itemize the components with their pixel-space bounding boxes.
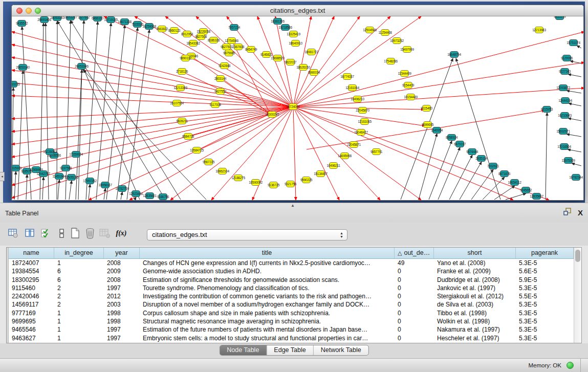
graph-node[interactable]: 15692971 bbox=[559, 128, 568, 135]
graph-node[interactable]: 12923446 bbox=[132, 190, 140, 197]
table-cell[interactable]: 2003 bbox=[104, 300, 140, 309]
column-header-in_degree[interactable]: in_degree bbox=[54, 248, 104, 258]
graph-node[interactable]: 10719185 bbox=[106, 16, 115, 23]
table-cell[interactable]: Genome-wide association studies in ADHD. bbox=[140, 267, 395, 275]
table-cell[interactable]: 22420046 bbox=[9, 292, 54, 300]
graph-edge[interactable] bbox=[57, 21, 165, 200]
graph-edge[interactable] bbox=[197, 114, 270, 150]
table-cell[interactable]: 6 bbox=[54, 267, 104, 275]
column-header-out_de[interactable]: △out_de… bbox=[395, 248, 434, 258]
table-cell[interactable]: Disruption of a novel member of a sodium… bbox=[140, 300, 395, 309]
table-cell[interactable]: 0 bbox=[395, 284, 434, 292]
graph-edge[interactable] bbox=[401, 58, 453, 200]
graph-edge[interactable] bbox=[104, 188, 105, 200]
graph-edge[interactable] bbox=[438, 147, 460, 200]
graph-node[interactable]: 8471676 bbox=[500, 170, 509, 177]
graph-edge[interactable] bbox=[429, 141, 452, 200]
table-cell[interactable]: 18300295 bbox=[9, 276, 54, 284]
table-cell[interactable]: 9463627 bbox=[9, 334, 54, 342]
graph-edge[interactable] bbox=[449, 155, 472, 200]
graph-node[interactable]: 15226083 bbox=[46, 148, 54, 155]
graph-edge[interactable] bbox=[293, 16, 421, 107]
table-cell[interactable]: 18724007 bbox=[9, 259, 54, 267]
table-row[interactable]: 1938455462009Genome-wide association stu… bbox=[9, 267, 574, 275]
graph-node[interactable]: 9136725 bbox=[269, 182, 278, 188]
column-header-title[interactable]: title bbox=[140, 248, 395, 258]
table-cell[interactable]: 0 bbox=[395, 325, 434, 334]
table-cell[interactable]: Changes of HCN gene expression and I(f) … bbox=[140, 259, 395, 267]
table-cell[interactable]: Wolkin et al. (1998) bbox=[434, 317, 516, 325]
table-cell[interactable]: Jankovic et al. (1997) bbox=[434, 284, 516, 292]
graph-node[interactable]: 16046427 bbox=[357, 129, 365, 136]
graph-edge[interactable] bbox=[121, 192, 122, 200]
graph-node[interactable]: 12161064 bbox=[348, 84, 357, 91]
graph-node[interactable]: 12213383 bbox=[176, 84, 185, 91]
graph-node[interactable]: 9875685 bbox=[225, 50, 233, 56]
graph-node[interactable]: 16782344 bbox=[572, 174, 580, 181]
graph-node[interactable]: 9427552 bbox=[216, 88, 225, 95]
graph-node[interactable]: 12093872 bbox=[559, 84, 568, 91]
graph-edge[interactable] bbox=[106, 25, 125, 200]
graph-node[interactable]: 9227343 bbox=[560, 68, 569, 75]
close-panel-icon[interactable]: X bbox=[578, 209, 583, 216]
graph-node[interactable]: 9474444 bbox=[468, 148, 476, 155]
graph-node[interactable]: 10862104 bbox=[218, 168, 227, 174]
graph-node[interactable]: 9435572 bbox=[17, 20, 26, 27]
graph-edge[interactable] bbox=[58, 180, 59, 200]
graph-node[interactable]: 8186328 bbox=[209, 37, 218, 43]
table-row[interactable]: 1456911722003Disruption of a novel membe… bbox=[9, 300, 574, 309]
graph-node[interactable]: 20653140 bbox=[18, 64, 27, 71]
table-cell[interactable]: 0 bbox=[395, 317, 434, 325]
graph-edge[interactable] bbox=[12, 87, 13, 200]
graph-node[interactable]: 12444194 bbox=[561, 97, 570, 104]
table-cell[interactable]: Dudbridge et al. (2008) bbox=[434, 276, 516, 284]
graph-edge[interactable] bbox=[196, 16, 293, 107]
graph-node[interactable]: 9197588 bbox=[61, 165, 70, 171]
graph-node[interactable]: 18724007 bbox=[289, 103, 297, 110]
table-cell[interactable]: 5.3E-5 bbox=[516, 300, 574, 309]
table-cell[interactable]: 6 bbox=[54, 276, 104, 284]
graph-edge[interactable] bbox=[567, 134, 581, 137]
table-cell[interactable]: 2 bbox=[54, 284, 104, 292]
graph-node[interactable]: 10590092 bbox=[251, 179, 260, 186]
graph-node[interactable]: 22045870 bbox=[358, 107, 367, 114]
graph-node[interactable]: 10154449 bbox=[406, 94, 415, 100]
graph-node[interactable]: 16543382 bbox=[189, 40, 198, 47]
table-cell[interactable]: 5.3E-5 bbox=[516, 309, 574, 317]
import-table-icon[interactable] bbox=[98, 226, 112, 240]
graph-edge[interactable] bbox=[546, 113, 547, 200]
table-cell[interactable]: 19384554 bbox=[9, 267, 54, 275]
table-cell[interactable]: 0 bbox=[395, 300, 434, 309]
graph-node[interactable]: 9822037 bbox=[286, 59, 295, 65]
graph-edge[interactable] bbox=[568, 118, 581, 121]
graph-node[interactable]: 16107554 bbox=[172, 100, 181, 106]
graph-node[interactable]: 15688520 bbox=[273, 55, 282, 61]
graph-node[interactable]: 12186275 bbox=[234, 174, 243, 181]
graph-node[interactable]: 9129996 bbox=[562, 55, 571, 61]
table-cell[interactable]: 1 bbox=[54, 309, 104, 317]
graph-node[interactable]: 10653287 bbox=[66, 16, 75, 20]
zoom-traffic-light[interactable] bbox=[35, 8, 41, 14]
graph-edge[interactable] bbox=[577, 46, 581, 48]
column-header-pagerank[interactable]: pagerank bbox=[516, 248, 574, 258]
table-cell[interactable]: Investigating the contribution of common… bbox=[140, 292, 395, 300]
graph-edge[interactable] bbox=[69, 181, 72, 200]
graph-edge[interactable] bbox=[568, 74, 581, 77]
scrollbar-thumb[interactable] bbox=[575, 250, 580, 262]
graph-node[interactable]: 10654112 bbox=[510, 179, 519, 186]
table-cell[interactable]: 5.3E-5 bbox=[516, 284, 574, 292]
graph-edge[interactable] bbox=[293, 16, 334, 107]
graph-edge[interactable] bbox=[71, 20, 181, 200]
table-cell[interactable]: 1 bbox=[54, 317, 104, 325]
close-traffic-light[interactable] bbox=[16, 8, 23, 14]
graph-node[interactable]: 12504546 bbox=[365, 27, 374, 33]
memory-ok-indicator[interactable] bbox=[567, 362, 574, 369]
table-cell[interactable]: Structural magnetic resonance image aver… bbox=[140, 317, 395, 325]
table-cell[interactable]: Yano et al. (2008) bbox=[434, 259, 516, 267]
graph-node[interactable]: 20691406 bbox=[40, 16, 49, 23]
graph-edge[interactable] bbox=[135, 197, 136, 200]
table-row[interactable]: 1830029562008Estimation of significance … bbox=[9, 276, 574, 284]
table-cell[interactable]: 5.3E-5 bbox=[516, 334, 574, 342]
graph-edge[interactable] bbox=[12, 107, 293, 119]
graph-node[interactable]: 14671338 bbox=[120, 18, 129, 25]
